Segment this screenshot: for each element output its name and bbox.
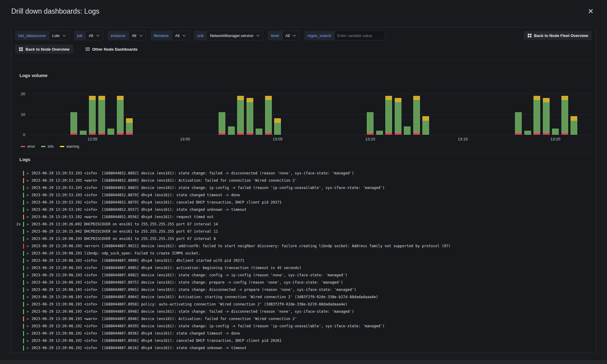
volume-bar-error[interactable] <box>265 133 272 135</box>
variable-select-level[interactable]: All <box>282 31 299 40</box>
expand-arrow-icon[interactable]: > <box>27 171 29 175</box>
volume-bar-error[interactable] <box>413 133 420 135</box>
expand-arrow-icon[interactable]: > <box>27 281 29 285</box>
volume-bar-info[interactable] <box>265 100 272 133</box>
variable-input-regex_search[interactable] <box>334 31 385 40</box>
log-row[interactable]: >2023-06-29 13:20:08.193 <error> [168804… <box>12 242 595 250</box>
expand-arrow-icon[interactable]: > <box>27 346 29 350</box>
expand-arrow-icon[interactable]: > <box>27 208 29 212</box>
volume-bar-warning[interactable] <box>395 98 401 102</box>
expand-arrow-icon[interactable]: > <box>27 310 29 314</box>
log-row[interactable]: >2023-06-29 13:20:08.192 <info> [1688044… <box>12 337 595 344</box>
expand-arrow-icon[interactable]: > <box>27 186 29 190</box>
expand-arrow-icon[interactable]: > <box>27 324 29 328</box>
expand-arrow-icon[interactable]: > <box>27 244 29 248</box>
volume-bar-info[interactable] <box>534 100 540 133</box>
expand-arrow-icon[interactable]: > <box>27 179 29 183</box>
log-row[interactable]: >2023-06-29 13:20:08.193 <info> [1688044… <box>12 264 595 271</box>
expand-arrow-icon[interactable]: > <box>27 302 29 306</box>
volume-bar-info[interactable] <box>515 112 522 133</box>
expand-arrow-icon[interactable]: > <box>27 201 29 204</box>
volume-bar-info[interactable] <box>117 100 124 133</box>
expand-arrow-icon[interactable]: > <box>27 339 29 343</box>
log-row[interactable]: >2023-06-29 13:20:53.193 <warn> [1688044… <box>12 177 595 184</box>
variable-select-instance[interactable]: All <box>128 31 146 40</box>
log-row[interactable]: 2x>2023-06-29 13:20:26.692 DHCPDISCOVER … <box>12 221 595 228</box>
expand-arrow-icon[interactable]: > <box>27 237 29 241</box>
log-row[interactable]: >2023-06-29 13:20:53.193 <info> [1688044… <box>12 184 595 191</box>
volume-bar-error[interactable] <box>247 133 253 135</box>
volume-bar-error[interactable] <box>237 133 244 135</box>
volume-bar-error[interactable] <box>515 133 522 135</box>
volume-bar-info[interactable] <box>80 131 87 135</box>
log-row[interactable]: >2023-06-29 13:20:53.193 <info> [1688044… <box>12 170 595 177</box>
log-row[interactable]: >2023-06-29 13:20:08.193 <info> [1688044… <box>12 293 595 301</box>
log-row[interactable]: >2023-06-29 13:20:08.193 <info> [1688044… <box>12 308 595 315</box>
expand-arrow-icon[interactable]: > <box>27 295 29 299</box>
legend-item-info[interactable]: info <box>41 144 53 149</box>
volume-bar-error[interactable] <box>534 133 540 135</box>
volume-bar-error[interactable] <box>126 133 133 135</box>
volume-bar-warning[interactable] <box>117 96 124 100</box>
volume-bar-error[interactable] <box>98 133 105 135</box>
volume-bar-info[interactable] <box>219 112 225 133</box>
volume-bar-info[interactable] <box>571 120 577 135</box>
log-row[interactable]: >2023-06-29 13:20:08.192 <info> [1688044… <box>12 322 595 330</box>
volume-bar-info[interactable] <box>228 126 235 135</box>
volume-bar-info[interactable] <box>385 100 392 133</box>
close-icon[interactable]: ✕ <box>588 8 594 15</box>
volume-bar-info[interactable] <box>70 112 77 133</box>
expand-arrow-icon[interactable]: > <box>27 215 29 219</box>
volume-bar-warning[interactable] <box>89 96 96 100</box>
volume-bar-error[interactable] <box>117 133 124 135</box>
expand-arrow-icon[interactable]: > <box>27 259 29 263</box>
log-row[interactable]: >2023-06-29 13:20:08.193 DHCPDISCOVER on… <box>12 235 595 242</box>
volume-bar-info[interactable] <box>543 102 550 133</box>
volume-bar-info[interactable] <box>552 129 559 135</box>
volume-bar-info[interactable] <box>126 123 133 133</box>
back-to-node-overview-button[interactable]: Back to Node Overview <box>15 45 73 54</box>
volume-bar-info[interactable] <box>524 131 531 135</box>
volume-bar-warning[interactable] <box>247 98 253 102</box>
legend-item-error[interactable]: error <box>21 144 35 149</box>
log-row[interactable]: >2023-06-29 13:20:08.193 <info> [1688044… <box>12 257 595 264</box>
log-row[interactable]: >2023-06-29 13:20:08.193 <info> [1688044… <box>12 286 595 293</box>
volume-bar-warning[interactable] <box>571 116 577 120</box>
volume-bar-info[interactable] <box>413 100 420 133</box>
volume-bar-info[interactable] <box>237 100 244 133</box>
volume-bar-error[interactable] <box>219 133 225 135</box>
volume-bar-error[interactable] <box>395 133 401 135</box>
log-row[interactable]: >2023-06-29 13:20:08.192 <info> [1688044… <box>12 344 595 352</box>
volume-bar-warning[interactable] <box>98 96 105 100</box>
volume-bar-warning[interactable] <box>534 96 540 100</box>
volume-bar-warning[interactable] <box>237 96 244 100</box>
volume-bar-info[interactable] <box>404 126 411 135</box>
expand-arrow-icon[interactable]: > <box>27 193 29 197</box>
volume-bar-error[interactable] <box>385 133 392 135</box>
volume-bar-info[interactable] <box>561 100 568 133</box>
volume-bar-info[interactable] <box>89 100 96 133</box>
volume-bar-info[interactable] <box>256 129 262 135</box>
volume-bar-info[interactable] <box>107 129 114 135</box>
volume-bar-warning[interactable] <box>265 96 272 100</box>
volume-bar-warning[interactable] <box>126 118 133 123</box>
variable-select-unit[interactable]: NetworkManager.service <box>206 31 263 40</box>
volume-bar-info[interactable] <box>395 102 401 133</box>
expand-arrow-icon[interactable]: > <box>27 266 29 270</box>
legend-item-warning[interactable]: warning <box>60 144 79 149</box>
log-row[interactable]: >2023-06-29 13:20:08.193 <info> [1688044… <box>12 301 595 308</box>
volume-bar-warning[interactable] <box>274 118 281 123</box>
volume-bar-info[interactable] <box>98 100 105 133</box>
expand-arrow-icon[interactable]: > <box>27 222 29 226</box>
volume-bar-info[interactable] <box>376 131 383 135</box>
volume-bar-warning[interactable] <box>561 96 568 100</box>
expand-arrow-icon[interactable]: > <box>27 317 29 321</box>
volume-bar-warning[interactable] <box>413 96 420 100</box>
volume-bar-error[interactable] <box>89 133 96 135</box>
log-row[interactable]: >2023-06-29 13:20:15.942 DHCPDISCOVER on… <box>12 228 595 235</box>
other-node-dashboards-button[interactable]: Other Node Dashboards <box>82 45 142 54</box>
variable-select-filename[interactable]: All <box>172 31 189 40</box>
log-row[interactable]: >2023-06-29 13:20:53.192 <info> [1688044… <box>12 199 595 206</box>
back-to-node-fleet-overview-button[interactable]: Back to Node Fleet Overview <box>524 31 592 40</box>
volume-bar-info[interactable] <box>274 123 281 135</box>
